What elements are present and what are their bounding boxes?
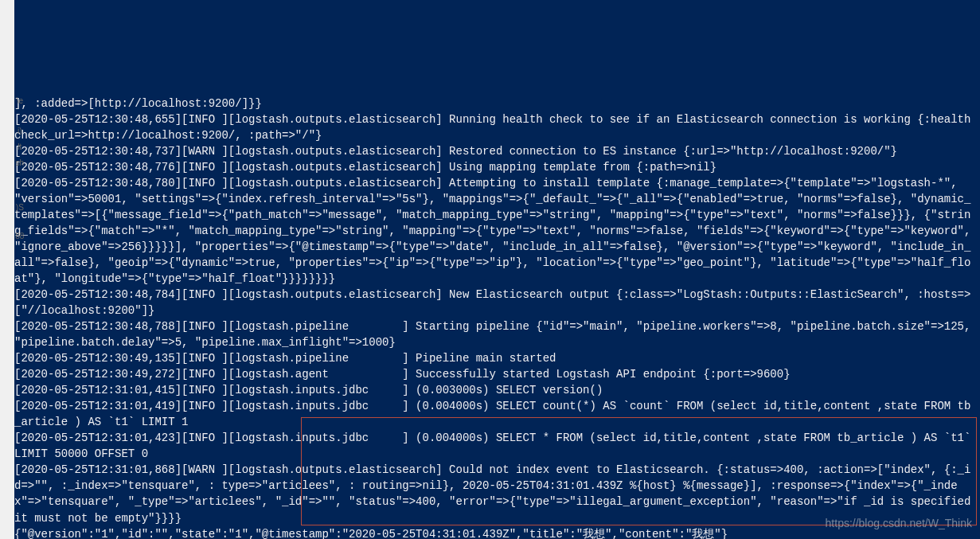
terminal-output[interactable]: ], :added=>[http://localhost:9200/]}} [2… — [14, 96, 977, 539]
log-line: [2020-05-25T12:30:48,776][INFO ][logstas… — [14, 161, 716, 174]
log-line: [2020-05-25T12:30:49,272][INFO ][logstas… — [14, 368, 791, 381]
log-line: [2020-05-25T12:30:48,784][INFO ][logstas… — [14, 288, 970, 317]
gutter-item: \e — [14, 96, 26, 107]
log-line: [2020-05-25T12:30:48,788][INFO ][logstas… — [14, 320, 978, 349]
log-line: [2020-05-25T12:31:01,415][INFO ][logstas… — [14, 384, 603, 396]
gutter-item: i) — [14, 126, 26, 137]
gutter-item: )S — [14, 202, 26, 213]
log-line: {"@version":"1","id":"","state":"1","@ti… — [14, 528, 728, 539]
log-line: [2020-05-25T12:31:01,423][INFO ][logstas… — [14, 432, 980, 460]
log-line: [2020-05-25T12:30:48,780][INFO ][logstas… — [14, 177, 978, 285]
log-line: [2020-05-25T12:30:48,737][WARN ][logstas… — [14, 145, 897, 158]
gutter-item: 88 — [14, 231, 26, 242]
editor-gutter: \e i) lt sh )S 88 — [0, 0, 14, 539]
log-line: [2020-05-25T12:31:01,419][INFO ][logstas… — [14, 400, 970, 428]
log-line: [2020-05-25T12:31:01,868][WARN ][logstas… — [14, 463, 978, 524]
log-line: ], :added=>[http://localhost:9200/]}} — [14, 97, 262, 110]
gutter-item: lt — [14, 142, 26, 153]
gutter-item: sh — [14, 158, 26, 169]
log-line: [2020-05-25T12:30:48,655][INFO ][logstas… — [14, 113, 970, 142]
log-line: [2020-05-25T12:30:49,135][INFO ][logstas… — [14, 352, 556, 365]
